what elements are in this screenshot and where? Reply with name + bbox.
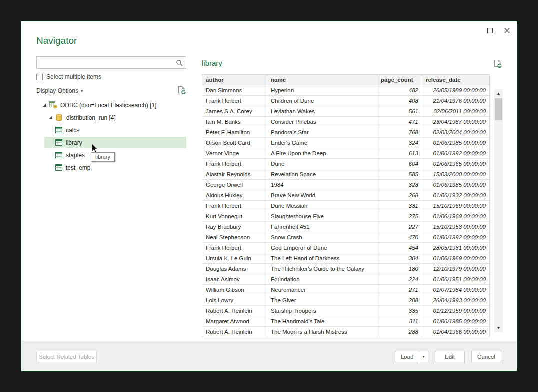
cell-release-date: 01/06/1969 00:00:00 (422, 211, 490, 222)
load-dropdown-arrow-icon[interactable]: ▾ (419, 351, 428, 362)
tree-item-library[interactable]: library (36, 136, 186, 149)
cell-page-count: 275 (377, 211, 422, 222)
select-multiple-checkbox[interactable] (36, 74, 43, 80)
cell-release-date: 01/06/1992 00:00:00 (422, 232, 490, 243)
table-row: Dan SimmonsHyperion48226/05/1989 00:00:0… (202, 85, 490, 96)
cell-release-date: 01/06/1965 00:00:00 (422, 159, 490, 169)
display-options-dropdown[interactable]: Display Options ▾ (36, 87, 83, 94)
select-related-tables-button[interactable]: Select Related Tables (36, 351, 97, 362)
cell-name: Consider Phlebas (267, 117, 377, 127)
scroll-down-icon[interactable]: ▼ (494, 324, 503, 332)
table-row: Robert A. HeinleinStarship Troopers33501… (202, 306, 490, 316)
cell-author: George Orwell (202, 180, 267, 190)
cell-release-date: 01/06/1992 00:00:00 (422, 148, 490, 159)
table-row: Alastair ReynoldsRevelation Space58515/0… (202, 169, 490, 180)
scroll-up-icon[interactable]: ▲ (494, 89, 503, 98)
table-row: William GibsonNeuromancer27101/07/1984 0… (202, 285, 490, 295)
cell-author: Frank Herbert (202, 96, 267, 106)
search-input[interactable] (37, 57, 173, 68)
cell-author: Kurt Vonnegut (202, 211, 267, 222)
table-row: Frank HerbertDune Messiah33115/10/1969 0… (202, 201, 490, 211)
cell-page-count: 585 (377, 169, 422, 180)
cell-author: Vernor Vinge (202, 148, 267, 159)
cell-author: Orson Scott Card (202, 138, 267, 148)
cell-page-count: 227 (377, 222, 422, 232)
cell-release-date: 01/06/1985 00:00:00 (422, 138, 490, 148)
window-controls (485, 25, 512, 35)
cell-page-count: 324 (377, 138, 422, 148)
cell-name: Children of Dune (267, 96, 377, 106)
cell-page-count: 224 (377, 274, 422, 285)
cell-author: Aldous Huxley (202, 190, 267, 201)
expand-collapse-icon[interactable] (42, 103, 49, 107)
select-multiple-row: Select multiple items (36, 73, 101, 80)
table-row: Ursula K. Le GuinThe Left Hand of Darkne… (202, 253, 490, 264)
search-icon[interactable] (173, 57, 186, 68)
cell-page-count: 180 (377, 264, 422, 274)
cell-name: Pandora's Star (267, 127, 377, 138)
vertical-scrollbar[interactable]: ▲ ▼ (494, 89, 503, 332)
expand-collapse-icon[interactable] (48, 115, 55, 120)
search-box (36, 56, 186, 69)
scrollbar-thumb[interactable] (495, 98, 502, 120)
cell-release-date: 26/04/1993 00:00:00 (422, 295, 490, 306)
cell-author: Dan Simmons (202, 85, 267, 96)
load-button[interactable]: Load ▾ (395, 351, 428, 362)
table-row: Margaret AtwoodThe Handmaid's Tale31101/… (202, 316, 490, 327)
cell-page-count: 561 (377, 106, 422, 117)
tree-item-calcs[interactable]: calcs (36, 124, 186, 136)
cell-name: Snow Crash (267, 232, 377, 243)
navigator-tree: ODBC (dsn=Local Elasticsearch) [1]distri… (36, 99, 186, 174)
table-row: Douglas AdamsThe Hitchhiker's Guide to t… (202, 264, 490, 274)
table-icon (54, 139, 63, 147)
edit-button[interactable]: Edit (435, 351, 465, 362)
cell-name: Neuromancer (267, 285, 377, 295)
cell-author: Frank Herbert (202, 201, 267, 211)
table-row: Neal StephensonSnow Crash47001/06/1992 0… (202, 232, 490, 243)
cell-page-count: 471 (377, 117, 422, 127)
close-button[interactable] (502, 25, 512, 35)
load-button-label[interactable]: Load (395, 351, 419, 362)
preview-table: authornamepage_countrelease_date Dan Sim… (202, 74, 490, 337)
column-header-author: author (202, 75, 267, 85)
cell-release-date: 01/06/1969 00:00:00 (422, 253, 490, 264)
cancel-button[interactable]: Cancel (471, 351, 501, 362)
cell-name: Revelation Space (267, 169, 377, 180)
tree-item-odbc-dsn-local-elasticsearch-1[interactable]: ODBC (dsn=Local Elasticsearch) [1] (36, 99, 186, 111)
cell-release-date: 01/06/1932 00:00:00 (422, 190, 490, 201)
cell-author: James S.A. Corey (202, 106, 267, 117)
cell-name: Fahrenheit 451 (267, 222, 377, 232)
cell-name: A Fire Upon the Deep (267, 148, 377, 159)
maximize-button[interactable] (485, 25, 495, 35)
table-row: Orson Scott CardEnder's Game32401/06/198… (202, 138, 490, 148)
cell-name: Leviathan Wakes (267, 106, 377, 117)
cell-release-date: 01/06/1985 00:00:00 (422, 316, 490, 327)
cell-author: William Gibson (202, 285, 267, 295)
cell-author: Ursula K. Le Guin (202, 253, 267, 264)
cell-author: Peter F. Hamilton (202, 127, 267, 138)
column-header-name: name (267, 75, 377, 85)
tree-item-distribution-run-4[interactable]: distribution_run [4] (36, 111, 186, 124)
cell-name: God Emperor of Dune (267, 243, 377, 253)
cell-page-count: 268 (377, 190, 422, 201)
tree-item-label: distribution_run [4] (66, 114, 116, 121)
cell-author: Margaret Atwood (202, 316, 267, 327)
refresh-preview-icon[interactable] (494, 59, 502, 71)
cell-release-date: 15/10/1969 00:00:00 (422, 201, 490, 211)
cell-author: Robert A. Heinlein (202, 327, 267, 337)
cell-author: Alastair Reynolds (202, 169, 267, 180)
cell-name: Slaughterhouse-Five (267, 211, 377, 222)
cell-name: Dune (267, 159, 377, 169)
table-header-row: authornamepage_countrelease_date (202, 75, 490, 85)
cell-name: Brave New World (267, 190, 377, 201)
table-row: Kurt VonnegutSlaughterhouse-Five27501/06… (202, 211, 490, 222)
cell-author: Ray Bradbury (202, 222, 267, 232)
cell-name: Starship Troopers (267, 306, 377, 316)
table-row: Peter F. HamiltonPandora's Star76802/03/… (202, 127, 490, 138)
cell-page-count: 482 (377, 85, 422, 96)
tree-item-test-emp[interactable]: test_emp (36, 161, 186, 174)
column-header-page-count: page_count (377, 75, 422, 85)
refresh-icon[interactable] (178, 86, 186, 95)
cell-page-count: 768 (377, 127, 422, 138)
cell-page-count: 311 (377, 316, 422, 327)
